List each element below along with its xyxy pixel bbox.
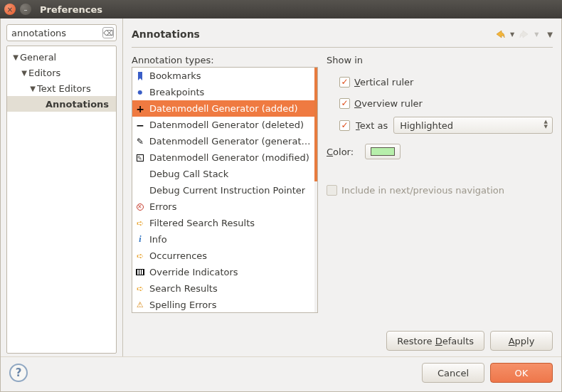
page-title: Annotations <box>132 28 200 40</box>
tree-item-annotations[interactable]: Annotations <box>7 96 116 112</box>
preferences-tree[interactable]: ▼ General ▼ Editors ▼ Text Editors Annot… <box>6 46 117 354</box>
annotation-type-item[interactable]: +Datenmodell Generator (added) <box>132 100 314 117</box>
arrow-icon: ➪ <box>135 218 145 228</box>
ok-button[interactable]: OK <box>490 363 553 383</box>
window-title: Preferences <box>40 4 102 15</box>
restore-defaults-button[interactable]: Restore Defaults <box>386 331 484 351</box>
annotation-type-label: Datenmodell Generator (deleted) <box>149 120 304 130</box>
breakpoint-icon: ● <box>135 88 145 97</box>
annotation-type-label: Bookmarks <box>149 70 201 81</box>
title-bar: × – Preferences <box>0 0 562 18</box>
info-icon: i <box>135 235 145 245</box>
annotation-types-list[interactable]: Bookmarks●Breakpoints+Datenmodell Genera… <box>132 67 318 313</box>
text-as-label: Text as <box>356 120 388 131</box>
annotation-type-item[interactable]: Debug Call Stack <box>132 166 314 182</box>
window-minimize-button[interactable]: – <box>20 4 31 15</box>
vertical-ruler-label: Vertical ruler <box>354 77 413 88</box>
bookmark-icon <box>135 71 145 81</box>
annotation-type-label: Occurrences <box>149 250 207 261</box>
back-menu-caret-icon[interactable]: ▼ <box>510 31 514 38</box>
color-swatch <box>371 147 395 156</box>
annotation-type-item[interactable]: Override Indicators <box>132 264 314 280</box>
annotation-type-label: Debug Call Stack <box>149 169 228 179</box>
plus-icon: + <box>135 104 145 114</box>
annotation-type-item[interactable]: ⚠Spelling Errors <box>132 297 314 312</box>
window-close-button[interactable]: × <box>4 4 16 15</box>
view-menu-caret-icon[interactable]: ▼ <box>547 31 553 38</box>
help-button[interactable]: ? <box>9 364 28 382</box>
tree-item-text-editors[interactable]: ▼ Text Editors <box>7 80 116 96</box>
annotation-type-item[interactable]: iInfo <box>132 231 314 248</box>
annotation-type-item[interactable]: ●Breakpoints <box>132 84 314 100</box>
text-as-checkbox[interactable] <box>339 120 350 131</box>
error-icon: × <box>135 202 145 212</box>
annotation-type-label: Info <box>149 234 167 245</box>
tree-item-general[interactable]: ▼ General <box>7 49 116 65</box>
pencil-icon: ✎ <box>135 137 145 147</box>
annotation-type-item[interactable]: −Datenmodell Generator (deleted) <box>132 117 314 133</box>
color-label: Color: <box>327 147 354 157</box>
tree-twisty-icon[interactable]: ▼ <box>20 69 28 77</box>
arrow-icon: ➪ <box>135 284 145 294</box>
include-navigation-checkbox <box>327 185 337 196</box>
annotation-type-label: Override Indicators <box>149 267 238 277</box>
text-as-select[interactable]: Highlighted ▲▼ <box>393 117 553 134</box>
nav-pane: ⌫ ▼ General ▼ Editors ▼ Text Editors Ann… <box>1 18 123 356</box>
include-navigation-label: Include in next/previous navigation <box>341 185 504 196</box>
clear-filter-button[interactable]: ⌫ <box>102 27 114 38</box>
annotation-type-item[interactable]: ✎Datenmodell Generator (modified) <box>132 149 314 166</box>
select-caret-icon: ▲▼ <box>544 120 548 129</box>
annotation-type-item[interactable]: ✎Datenmodell Generator (generated) <box>132 133 314 149</box>
warning-icon: ⚠ <box>135 300 145 310</box>
edit-icon: ✎ <box>135 153 145 163</box>
filter-input[interactable] <box>6 24 117 41</box>
annotation-type-label: Datenmodell Generator (modified) <box>149 152 309 163</box>
color-picker-button[interactable] <box>365 144 401 159</box>
minus-icon: − <box>135 120 145 130</box>
forward-menu-caret-icon[interactable]: ▼ <box>534 31 539 38</box>
annotation-type-label: Breakpoints <box>149 87 204 97</box>
annotation-type-label: Debug Current Instruction Pointer <box>149 185 305 196</box>
arrow-icon: ➪ <box>135 251 145 261</box>
annotation-type-label: Errors <box>149 201 176 212</box>
annotation-type-item[interactable]: Bookmarks <box>132 68 314 84</box>
tree-item-editors[interactable]: ▼ Editors <box>7 65 116 80</box>
vertical-ruler-checkbox[interactable] <box>339 77 350 88</box>
tree-twisty-icon[interactable]: ▼ <box>11 53 20 61</box>
overview-ruler-label: Overview ruler <box>354 98 423 109</box>
list-scrollbar[interactable] <box>314 68 317 312</box>
page-pane: Annotations ▼ ▼ ▼ Annotation types: <box>123 18 561 356</box>
tree-twisty-icon[interactable]: ▼ <box>28 85 37 92</box>
cancel-button[interactable]: Cancel <box>422 363 484 383</box>
separator <box>132 47 553 48</box>
annotation-type-item[interactable]: ➪Filtered Search Results <box>132 215 314 231</box>
annotation-type-item[interactable]: ➪Occurrences <box>132 248 314 264</box>
annotation-type-item[interactable]: ➪Search Results <box>132 280 314 297</box>
annotation-type-item[interactable]: Debug Current Instruction Pointer <box>132 182 314 198</box>
annotation-type-label: Filtered Search Results <box>149 218 255 228</box>
tree-twisty-spacer <box>37 100 46 108</box>
annotation-type-label: Search Results <box>149 283 218 294</box>
apply-button[interactable]: Apply <box>490 331 553 351</box>
show-in-caption: Show in <box>327 55 553 65</box>
annotation-type-label: Datenmodell Generator (added) <box>149 103 298 114</box>
annotation-type-label: Spelling Errors <box>149 300 216 310</box>
annotation-type-label: Datenmodell Generator (generated) <box>149 136 314 147</box>
override-icon <box>135 267 145 277</box>
list-caption: Annotation types: <box>132 55 318 65</box>
forward-button[interactable] <box>519 28 530 40</box>
annotation-type-item[interactable]: ×Errors <box>132 198 314 215</box>
overview-ruler-checkbox[interactable] <box>339 98 350 109</box>
back-button[interactable] <box>494 28 506 40</box>
